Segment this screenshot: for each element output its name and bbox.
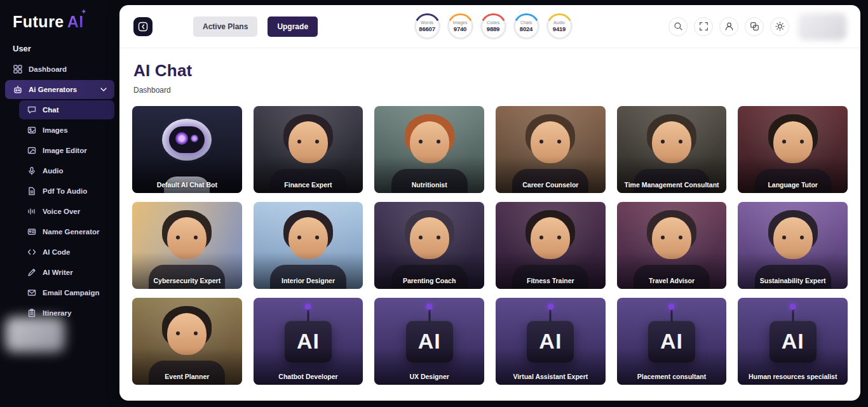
persona-card-label: Sustainability Expert bbox=[740, 277, 845, 284]
main-panel: Active Plans Upgrade Words86607Images974… bbox=[119, 5, 860, 401]
sidebar-item-ai-generators[interactable]: Ai Generators bbox=[5, 80, 114, 99]
sidebar-item-images[interactable]: Images bbox=[19, 121, 114, 140]
sidebar-item-label: Pdf To Audio bbox=[43, 187, 87, 195]
sidebar-menu: Dashboard Ai Generators Chat Im bbox=[0, 60, 119, 323]
persona-card[interactable]: Career Counselor bbox=[496, 106, 606, 193]
persona-card-label: Fitness Trainer bbox=[498, 277, 603, 284]
persona-card[interactable]: Finance Expert bbox=[254, 106, 363, 193]
persona-card[interactable]: Fitness Trainer bbox=[496, 202, 606, 289]
persona-card[interactable]: Default AI Chat Bot bbox=[132, 106, 242, 193]
sidebar-item-name-generator[interactable]: Name Generator bbox=[19, 222, 114, 241]
image-icon bbox=[27, 126, 36, 135]
search-button[interactable] bbox=[668, 17, 688, 36]
persona-card[interactable]: AIHuman resources specialist bbox=[738, 298, 848, 385]
sidebar-item-pdf-to-audio[interactable]: Pdf To Audio bbox=[19, 182, 114, 201]
sidebar-item-label: Name Generator bbox=[43, 228, 99, 236]
sidebar-blurred-item bbox=[5, 317, 65, 352]
sidebar-collapse-button[interactable] bbox=[133, 17, 153, 36]
stat-value: 9419 bbox=[553, 25, 566, 32]
user-icon bbox=[724, 22, 734, 31]
persona-card[interactable]: Sustainability Expert bbox=[738, 202, 848, 289]
stat-badge-chats: Chats8024 bbox=[513, 13, 539, 39]
stat-label: Chats bbox=[520, 20, 532, 25]
persona-card[interactable]: AIPlacement consultant bbox=[617, 298, 727, 385]
sidebar-item-dashboard[interactable]: Dashboard bbox=[5, 60, 114, 79]
sidebar-item-label: Chat bbox=[43, 106, 59, 114]
document-icon bbox=[27, 187, 36, 196]
persona-card[interactable]: Interior Designer bbox=[254, 202, 363, 289]
persona-card[interactable]: Cybersecurity Expert bbox=[132, 202, 242, 289]
ai-generators-submenu: Chat Images Image Editor Audio bbox=[5, 100, 114, 323]
stat-badge-codes: Codes9889 bbox=[480, 13, 506, 39]
persona-card[interactable]: AIUX Designer bbox=[374, 298, 484, 385]
chevron-down-icon bbox=[100, 88, 107, 91]
theme-toggle-button[interactable] bbox=[770, 17, 789, 36]
translate-button[interactable] bbox=[745, 17, 764, 36]
persona-card-label: Interior Designer bbox=[256, 277, 361, 284]
stat-badge-images: Images9740 bbox=[447, 13, 473, 39]
fullscreen-icon bbox=[699, 22, 709, 31]
page-title: AI Chat bbox=[133, 61, 846, 81]
persona-card-label: Travel Advisor bbox=[620, 277, 724, 284]
sidebar-item-ai-code[interactable]: AI Code bbox=[19, 243, 114, 262]
fullscreen-button[interactable] bbox=[694, 17, 713, 36]
persona-card[interactable]: Language Tutor bbox=[738, 106, 848, 193]
breadcrumb: Dashboard bbox=[133, 86, 846, 95]
chat-icon bbox=[27, 105, 36, 115]
stat-value: 9889 bbox=[487, 25, 499, 32]
id-card-icon bbox=[27, 227, 36, 237]
persona-card[interactable]: Parenting Coach bbox=[374, 202, 484, 289]
sidebar-item-label: Dashboard bbox=[29, 65, 67, 73]
active-plans-button[interactable]: Active Plans bbox=[193, 17, 257, 37]
persona-card-label: Chatbot Developer bbox=[256, 373, 361, 380]
translate-icon bbox=[750, 22, 759, 31]
topbar: Active Plans Upgrade Words86607Images974… bbox=[119, 5, 860, 48]
app-logo: Future AI bbox=[0, 0, 119, 35]
persona-card[interactable]: Travel Advisor bbox=[617, 202, 727, 289]
persona-card[interactable]: Time Management Consultant bbox=[617, 106, 727, 193]
persona-card-label: Nutritionist bbox=[377, 181, 482, 189]
persona-card[interactable]: AIVirtual Assistant Expert bbox=[496, 298, 606, 385]
sidebar-item-chat[interactable]: Chat bbox=[19, 100, 114, 119]
stat-label: Images bbox=[453, 20, 468, 25]
persona-card-label: Placement consultant bbox=[620, 373, 724, 380]
stat-value: 8024 bbox=[520, 25, 532, 32]
sidebar-item-label: Email Campaign bbox=[43, 289, 99, 297]
sidebar-item-voice-over[interactable]: Voice Over bbox=[19, 202, 114, 221]
microphone-icon bbox=[27, 166, 36, 176]
usage-stats: Words86607Images9740Codes9889Chats8024Au… bbox=[414, 13, 573, 39]
sidebar-item-label: AI Code bbox=[43, 248, 70, 256]
pen-icon bbox=[27, 268, 36, 277]
user-button[interactable] bbox=[719, 17, 738, 36]
sidebar-item-label: Itinerary bbox=[43, 309, 71, 317]
robot-icon bbox=[13, 85, 22, 95]
sidebar-section-label: User bbox=[13, 44, 107, 53]
collapse-icon bbox=[138, 22, 148, 32]
persona-card[interactable]: Event Planner bbox=[132, 298, 242, 385]
app-logo-text: Future bbox=[13, 13, 64, 31]
stat-label: Words bbox=[421, 20, 433, 25]
sidebar-item-label: Ai Generators bbox=[29, 86, 77, 93]
sidebar-item-label: AI Writer bbox=[43, 269, 73, 276]
persona-card[interactable]: Nutritionist bbox=[374, 106, 484, 193]
persona-card-label: Time Management Consultant bbox=[620, 181, 724, 189]
persona-card-label: Human resources specialist bbox=[740, 373, 845, 380]
persona-card-label: Finance Expert bbox=[256, 181, 361, 189]
sidebar-item-ai-writer[interactable]: AI Writer bbox=[19, 263, 114, 282]
sun-icon bbox=[775, 22, 785, 31]
sidebar-item-image-editor[interactable]: Image Editor bbox=[19, 141, 114, 160]
upgrade-button[interactable]: Upgrade bbox=[268, 17, 318, 37]
search-icon bbox=[674, 22, 683, 31]
sidebar-item-label: Voice Over bbox=[43, 208, 80, 215]
waveform-icon bbox=[27, 207, 36, 217]
topbar-icons bbox=[668, 13, 846, 40]
persona-grid: Default AI Chat BotFinance ExpertNutriti… bbox=[119, 100, 860, 385]
persona-card[interactable]: AIChatbot Developer bbox=[254, 298, 363, 385]
persona-card-label: Default AI Chat Bot bbox=[135, 181, 240, 189]
stat-value: 86607 bbox=[419, 25, 435, 32]
stat-label: Codes bbox=[487, 20, 499, 25]
persona-card-label: Language Tutor bbox=[740, 181, 845, 189]
sidebar-item-audio[interactable]: Audio bbox=[19, 161, 114, 180]
sidebar-item-email-campaign[interactable]: Email Campaign bbox=[19, 283, 114, 302]
user-profile-blurred[interactable] bbox=[798, 13, 846, 40]
